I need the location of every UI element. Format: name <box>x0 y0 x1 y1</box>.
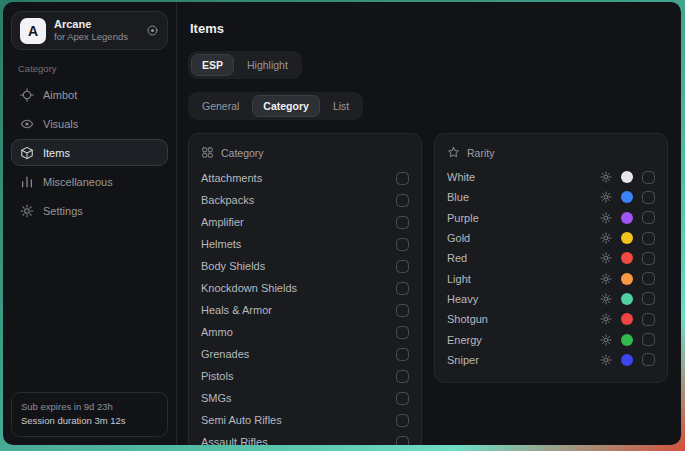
color-swatch[interactable] <box>621 191 633 203</box>
checkbox[interactable] <box>642 292 655 305</box>
checkbox[interactable] <box>642 333 655 346</box>
color-swatch[interactable] <box>621 313 633 325</box>
star-icon <box>447 146 460 159</box>
gear-icon[interactable] <box>600 171 612 183</box>
checkbox[interactable] <box>396 194 409 207</box>
checkbox[interactable] <box>396 260 409 273</box>
category-row-body-shields: Body Shields <box>201 255 409 277</box>
gear-icon[interactable] <box>600 232 612 244</box>
sidebar-item-visuals[interactable]: Visuals <box>11 110 168 137</box>
rarity-label: Red <box>447 252 467 264</box>
rarity-row-blue: Blue <box>447 187 655 207</box>
brand-subtitle: for Apex Legends <box>54 31 128 43</box>
checkbox[interactable] <box>396 216 409 229</box>
color-swatch[interactable] <box>621 293 633 305</box>
rarity-row-shotgun: Shotgun <box>447 309 655 329</box>
checkbox[interactable] <box>396 326 409 339</box>
checkbox[interactable] <box>642 232 655 245</box>
rarity-label: Heavy <box>447 293 478 305</box>
rarity-label: Blue <box>447 191 469 203</box>
checkbox[interactable] <box>396 348 409 361</box>
color-swatch[interactable] <box>621 354 633 366</box>
color-swatch[interactable] <box>621 232 633 244</box>
sidebar-item-settings[interactable]: Settings <box>11 197 168 224</box>
checkbox[interactable] <box>396 238 409 251</box>
session-duration-text: Session duration 3m 12s <box>21 414 158 429</box>
app-window: A Arcane for Apex Legends Category Aimbo… <box>3 2 681 445</box>
category-label: Knockdown Shields <box>201 282 297 294</box>
checkbox[interactable] <box>642 353 655 366</box>
category-panel-title: Category <box>221 147 264 159</box>
gear-icon[interactable] <box>600 313 612 325</box>
rarity-label: Light <box>447 273 471 285</box>
sidebar-section-label: Category <box>18 63 161 74</box>
checkbox[interactable] <box>396 392 409 405</box>
page-title: Items <box>190 21 668 36</box>
category-label: Body Shields <box>201 260 265 272</box>
sidebar-item-items[interactable]: Items <box>11 139 168 166</box>
category-row-grenades: Grenades <box>201 343 409 365</box>
mode-option-esp[interactable]: ESP <box>191 54 234 76</box>
category-label: Semi Auto Rifles <box>201 414 282 426</box>
category-label: Heals & Armor <box>201 304 272 316</box>
brand-card: A Arcane for Apex Legends <box>11 11 168 50</box>
checkbox[interactable] <box>642 171 655 184</box>
sidebar-item-aimbot[interactable]: Aimbot <box>11 81 168 108</box>
category-label: SMGs <box>201 392 232 404</box>
panels-row: Category Attachments Backpacks Amplifier… <box>188 133 668 445</box>
rarity-row-gold: Gold <box>447 228 655 248</box>
gear-icon[interactable] <box>600 334 612 346</box>
gear-icon[interactable] <box>600 354 612 366</box>
gear-icon[interactable] <box>600 191 612 203</box>
category-label: Attachments <box>201 172 262 184</box>
sidebar-item-miscellaneous[interactable]: Miscellaneous <box>11 168 168 195</box>
rarity-label: Shotgun <box>447 313 488 325</box>
category-label: Helmets <box>201 238 241 250</box>
checkbox[interactable] <box>642 252 655 265</box>
checkbox[interactable] <box>642 191 655 204</box>
checkbox[interactable] <box>396 282 409 295</box>
checkbox[interactable] <box>642 211 655 224</box>
checkbox[interactable] <box>396 172 409 185</box>
tab-general[interactable]: General <box>191 95 250 117</box>
color-swatch[interactable] <box>621 334 633 346</box>
checkbox[interactable] <box>396 370 409 383</box>
tab-list[interactable]: List <box>322 95 360 117</box>
category-row-backpacks: Backpacks <box>201 189 409 211</box>
category-row-heals-armor: Heals & Armor <box>201 299 409 321</box>
rarity-row-white: White <box>447 167 655 187</box>
rarity-row-sniper: Sniper <box>447 350 655 370</box>
mode-option-highlight[interactable]: Highlight <box>236 54 299 76</box>
category-label: Pistols <box>201 370 233 382</box>
gear-icon[interactable] <box>600 212 612 224</box>
category-row-amplifier: Amplifier <box>201 211 409 233</box>
gear-icon[interactable] <box>600 273 612 285</box>
checkbox[interactable] <box>642 272 655 285</box>
category-panel: Category Attachments Backpacks Amplifier… <box>188 133 422 445</box>
checkbox[interactable] <box>396 304 409 317</box>
rarity-label: Purple <box>447 212 479 224</box>
tab-category[interactable]: Category <box>252 95 320 117</box>
category-label: Ammo <box>201 326 233 338</box>
sidebar-menu: Aimbot Visuals Items Miscellaneous Setti… <box>11 81 168 224</box>
category-row-assault-rifles: Assault Rifles <box>201 431 409 445</box>
chart-icon <box>20 175 34 189</box>
brand-logo: A <box>20 18 46 44</box>
color-swatch[interactable] <box>621 273 633 285</box>
gear-icon <box>20 204 34 218</box>
gear-icon[interactable] <box>600 293 612 305</box>
target-icon[interactable] <box>146 24 159 37</box>
rarity-label: White <box>447 171 475 183</box>
rarity-label: Energy <box>447 334 482 346</box>
category-label: Grenades <box>201 348 249 360</box>
checkbox[interactable] <box>396 414 409 427</box>
color-swatch[interactable] <box>621 212 633 224</box>
category-row-ammo: Ammo <box>201 321 409 343</box>
checkbox[interactable] <box>396 436 409 446</box>
main-content: Items ESPHighlight GeneralCategoryList C… <box>177 2 681 445</box>
category-row-helmets: Helmets <box>201 233 409 255</box>
checkbox[interactable] <box>642 313 655 326</box>
color-swatch[interactable] <box>621 252 633 264</box>
color-swatch[interactable] <box>621 171 633 183</box>
gear-icon[interactable] <box>600 252 612 264</box>
